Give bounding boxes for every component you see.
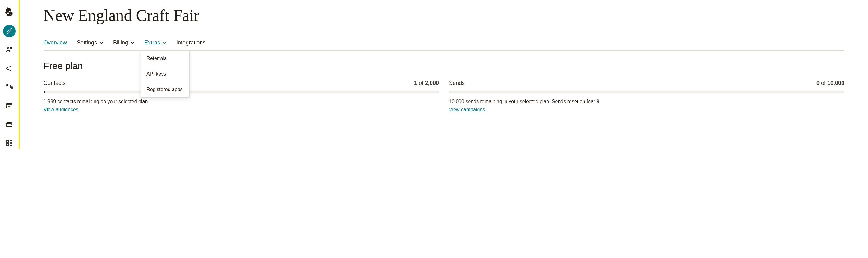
sends-block: Sends 0 of 10,000 10,000 sends remaining… — [449, 80, 844, 112]
contacts-limit: 2,000 — [425, 80, 439, 86]
tab-overview[interactable]: Overview — [43, 39, 67, 51]
sends-used: 0 — [816, 80, 819, 86]
contacts-count: 1 of 2,000 — [414, 80, 439, 87]
tab-label: Extras — [144, 39, 160, 46]
dropdown-item-api-keys[interactable]: API keys — [141, 66, 189, 82]
apps-icon[interactable] — [3, 137, 16, 149]
sends-limit: 10,000 — [827, 80, 844, 86]
contacts-block: Contacts 1 of 2,000 1,999 contacts remai… — [43, 80, 439, 112]
contacts-progress — [43, 91, 439, 93]
sends-label: Sends — [449, 80, 465, 87]
svg-rect-7 — [10, 140, 12, 142]
contacts-progress-fill — [43, 91, 45, 93]
tab-integrations[interactable]: Integrations — [176, 39, 206, 51]
view-audiences-link[interactable]: View audiences — [43, 107, 79, 112]
main-content: New England Craft Fair Overview Settings… — [20, 0, 868, 149]
stat-header: Contacts 1 of 2,000 — [43, 80, 439, 87]
svg-rect-4 — [11, 87, 12, 89]
sends-progress — [449, 91, 844, 93]
website-icon[interactable] — [3, 99, 16, 112]
extras-dropdown: Referrals API keys Registered apps — [141, 51, 190, 98]
tab-label: Overview — [43, 39, 67, 46]
content-icon[interactable] — [3, 118, 16, 131]
of-word: of — [417, 80, 425, 86]
sidebar — [0, 0, 19, 149]
dropdown-item-referrals[interactable]: Referrals — [141, 51, 189, 66]
contacts-used: 1 — [414, 80, 417, 86]
tab-label: Billing — [113, 39, 128, 46]
svg-point-0 — [7, 47, 9, 49]
svg-rect-9 — [10, 143, 12, 146]
sends-count: 0 of 10,000 — [816, 80, 844, 87]
page-title: New England Craft Fair — [43, 6, 844, 25]
dropdown-item-registered-apps[interactable]: Registered apps — [141, 82, 189, 97]
create-icon[interactable] — [3, 25, 16, 37]
svg-point-1 — [10, 47, 12, 49]
tab-extras[interactable]: Extras Referrals API keys Registered app… — [144, 39, 166, 51]
svg-rect-2 — [10, 50, 12, 52]
svg-rect-8 — [6, 143, 9, 146]
contacts-desc: 1,999 contacts remaining on your selecte… — [43, 99, 439, 104]
sends-desc: 10,000 sends remaining in your selected … — [449, 99, 844, 104]
stat-header: Sends 0 of 10,000 — [449, 80, 844, 87]
tab-settings[interactable]: Settings — [77, 39, 103, 51]
audience-icon[interactable] — [3, 43, 16, 56]
svg-point-3 — [6, 85, 8, 86]
svg-rect-6 — [6, 140, 9, 142]
tab-label: Integrations — [176, 39, 206, 46]
tab-billing[interactable]: Billing — [113, 39, 134, 51]
chevron-down-icon — [163, 41, 166, 45]
tab-label: Settings — [77, 39, 97, 46]
contacts-label: Contacts — [43, 80, 66, 87]
tabs-nav: Overview Settings Billing Extras Referra… — [43, 39, 844, 51]
chevron-down-icon — [99, 41, 103, 45]
svg-rect-5 — [6, 103, 12, 108]
mailchimp-logo-icon[interactable] — [3, 6, 16, 19]
automations-icon[interactable] — [3, 81, 16, 93]
campaigns-icon[interactable] — [3, 62, 16, 74]
view-campaigns-link[interactable]: View campaigns — [449, 107, 485, 112]
chevron-down-icon — [131, 41, 134, 45]
of-word: of — [819, 80, 827, 86]
